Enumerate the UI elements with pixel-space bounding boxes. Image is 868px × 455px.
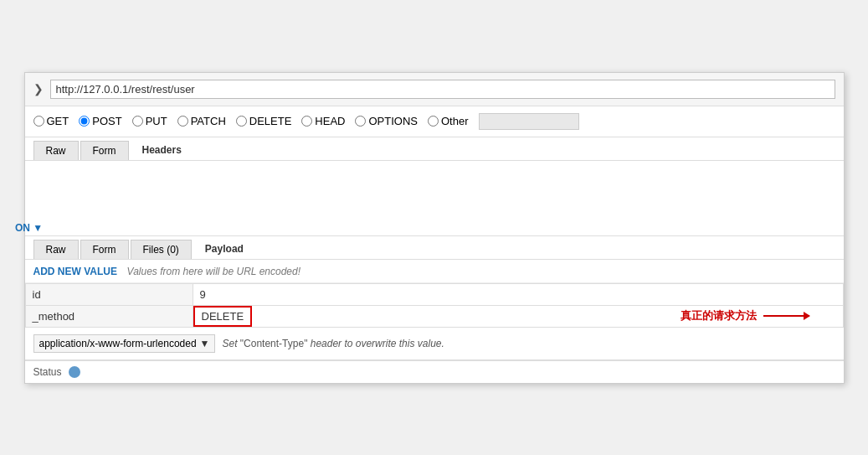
content-type-select[interactable]: application/x-www-form-urlencoded ▼ — [33, 334, 216, 353]
method-patch[interactable]: PATCH — [177, 115, 226, 127]
url-arrow-icon[interactable]: ❯ — [33, 82, 44, 96]
method-delete-radio[interactable] — [236, 116, 247, 127]
method-delete[interactable]: DELETE — [236, 115, 292, 127]
annotation-arrowhead — [804, 312, 810, 320]
method-head-radio[interactable] — [301, 116, 312, 127]
method-get[interactable]: GET — [33, 115, 69, 127]
payload-tabs: Raw Form Files (0) Payload — [25, 236, 844, 260]
payload-tab-files[interactable]: Files (0) — [131, 240, 192, 259]
add-new-value-link[interactable]: ADD NEW VALUE — [33, 266, 117, 277]
headers-area — [25, 161, 844, 236]
tab-headers-active[interactable]: Headers — [131, 141, 193, 159]
status-row: Status — [25, 361, 844, 383]
tab-form[interactable]: Form — [80, 141, 129, 160]
payload-tab-payload-active[interactable]: Payload — [193, 240, 255, 258]
content-type-value: application/x-www-form-urlencoded — [39, 338, 197, 349]
method-other-input[interactable] — [479, 113, 579, 130]
annotation-container: 真正的请求方法 — [681, 308, 809, 323]
content-type-note: Set "Content-Type" header to overwrite t… — [222, 338, 444, 349]
url-input[interactable] — [50, 80, 835, 99]
method-options[interactable]: OPTIONS — [355, 115, 418, 127]
side-label: ON ▼ — [15, 222, 43, 234]
content-type-row: application/x-www-form-urlencoded ▼ Set … — [25, 328, 844, 360]
method-row: GET POST PUT PATCH DELETE HEAD OPTIONS — [25, 106, 844, 137]
method-other-radio[interactable] — [428, 116, 439, 127]
payload-tab-form[interactable]: Form — [80, 240, 129, 259]
annotation-arrow-line — [763, 315, 809, 317]
request-tabs: Raw Form Headers — [25, 137, 844, 161]
param-value-id[interactable]: 9 — [193, 283, 843, 305]
method-post-radio[interactable] — [79, 116, 90, 127]
method-put[interactable]: PUT — [132, 115, 167, 127]
annotation-text: 真正的请求方法 — [681, 308, 757, 323]
method-get-radio[interactable] — [33, 116, 44, 127]
param-key-id: id — [25, 283, 193, 305]
param-key-method: _method — [25, 305, 193, 327]
table-row: id 9 — [25, 283, 843, 305]
status-label: Status — [33, 366, 62, 378]
method-post[interactable]: POST — [79, 115, 121, 127]
param-value-method-cell: DELETE 真正的请求方法 — [193, 305, 843, 327]
method-options-radio[interactable] — [355, 116, 366, 127]
table-row-method: _method DELETE 真正的请求方法 — [25, 305, 843, 327]
method-patch-radio[interactable] — [177, 116, 188, 127]
status-spinner-icon — [69, 366, 80, 378]
browser-window: ❯ GET POST PUT PATCH DELETE HEAD — [24, 72, 845, 384]
param-value-delete[interactable]: DELETE — [193, 306, 253, 327]
params-table: id 9 _method DELETE 真正的请求方法 — [25, 283, 844, 328]
add-value-note: Values from here will be URL encoded! — [127, 266, 300, 277]
content-type-dropdown-icon[interactable]: ▼ — [200, 338, 210, 349]
add-value-row: ADD NEW VALUE Values from here will be U… — [25, 260, 844, 283]
payload-tab-raw[interactable]: Raw — [33, 240, 79, 259]
method-other[interactable]: Other — [428, 115, 469, 127]
method-head[interactable]: HEAD — [301, 115, 345, 127]
method-put-radio[interactable] — [132, 116, 143, 127]
payload-section: Raw Form Files (0) Payload ADD NEW VALUE… — [25, 236, 844, 361]
url-bar: ❯ — [25, 73, 844, 106]
tab-raw[interactable]: Raw — [33, 141, 79, 160]
